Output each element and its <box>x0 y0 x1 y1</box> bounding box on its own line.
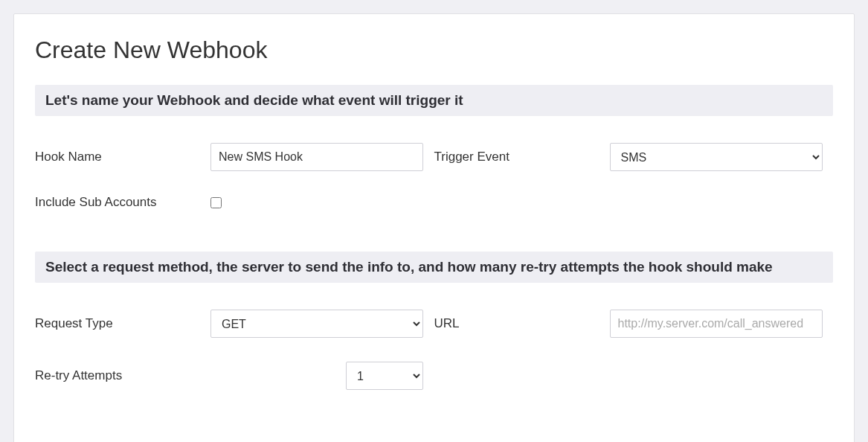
row-retry: Re-try Attempts 1 <box>35 362 833 390</box>
include-sub-checkbox[interactable] <box>210 197 222 208</box>
cell-url: URL <box>434 310 834 338</box>
trigger-event-select[interactable]: SMS <box>610 143 823 171</box>
cell-request-type: Request Type GET <box>35 310 434 338</box>
row-request-url: Request Type GET URL <box>35 310 833 338</box>
create-webhook-panel: Create New Webhook Let's name your Webho… <box>13 13 855 442</box>
cell-retry: Re-try Attempts 1 <box>35 362 833 390</box>
cell-trigger-event: Trigger Event SMS <box>434 143 834 171</box>
row-include-sub: Include Sub Accounts <box>35 195 833 210</box>
section-header-naming: Let's name your Webhook and decide what … <box>35 85 833 116</box>
hook-name-input[interactable] <box>210 143 423 171</box>
request-type-label: Request Type <box>35 316 210 331</box>
cell-include-sub: Include Sub Accounts <box>35 195 833 210</box>
hook-name-label: Hook Name <box>35 150 210 164</box>
page-title: Create New Webhook <box>35 36 833 64</box>
trigger-event-label: Trigger Event <box>434 150 610 164</box>
url-input[interactable] <box>610 310 823 338</box>
row-name-trigger: Hook Name Trigger Event SMS <box>35 143 833 171</box>
retry-select[interactable]: 1 <box>346 362 423 390</box>
retry-label: Re-try Attempts <box>35 368 346 383</box>
url-label: URL <box>434 316 610 331</box>
panel-body: Create New Webhook Let's name your Webho… <box>14 14 854 442</box>
section-naming: Let's name your Webhook and decide what … <box>35 85 833 210</box>
section-request: Select a request method, the server to s… <box>35 252 833 390</box>
cell-hook-name: Hook Name <box>35 143 434 171</box>
section-header-request: Select a request method, the server to s… <box>35 252 833 283</box>
request-type-select[interactable]: GET <box>210 310 423 338</box>
include-sub-label: Include Sub Accounts <box>35 195 210 210</box>
